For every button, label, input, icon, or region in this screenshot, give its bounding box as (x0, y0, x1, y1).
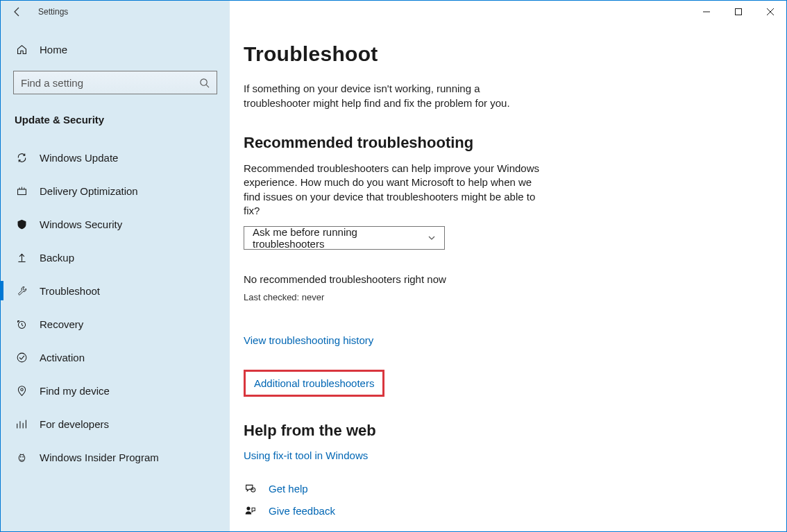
dev-icon (15, 418, 28, 430)
sidebar-item-label: For developers (40, 418, 109, 430)
wrench-icon (15, 285, 28, 297)
give-feedback-link: Give feedback (269, 505, 335, 517)
give-feedback-row[interactable]: Give feedback (244, 504, 591, 517)
svg-point-21 (22, 456, 24, 457)
additional-troubleshooters-highlight: Additional troubleshooters (244, 370, 384, 397)
svg-point-13 (17, 353, 26, 362)
status-text: No recommended troubleshooters right now (244, 273, 591, 285)
sidebar-item-label: Windows Insider Program (40, 452, 159, 463)
sidebar-item-label: Find my device (40, 385, 110, 397)
sidebar-item-activation[interactable]: Activation (1, 341, 230, 374)
sidebar-item-windows-update[interactable]: Windows Update (1, 141, 230, 174)
minimize-button[interactable] (691, 1, 722, 23)
additional-troubleshooters-link[interactable]: Additional troubleshooters (254, 377, 374, 389)
sidebar-item-troubleshoot[interactable]: Troubleshoot (1, 274, 230, 307)
svg-rect-1 (736, 9, 742, 15)
svg-point-20 (19, 456, 21, 457)
help-heading: Help from the web (244, 422, 591, 440)
search-icon (199, 78, 210, 88)
sidebar-item-label: Recovery (40, 318, 83, 330)
intro-text: If something on your device isn't workin… (244, 81, 542, 110)
location-icon (15, 385, 28, 397)
sidebar-item-backup[interactable]: Backup (1, 241, 230, 274)
last-checked-text: Last checked: never (244, 292, 591, 302)
sync-icon (15, 152, 28, 164)
home-nav[interactable]: Home (1, 37, 230, 62)
dropdown-value: Ask me before running troubleshooters (253, 226, 428, 250)
delivery-icon (15, 185, 28, 197)
close-button[interactable] (754, 1, 786, 23)
svg-text:?: ? (252, 488, 254, 491)
sidebar-item-windows-security[interactable]: Windows Security (1, 207, 230, 241)
backup-icon (15, 252, 28, 264)
recommended-desc: Recommended troubleshooters can help imp… (244, 162, 542, 218)
titlebar: Settings (1, 1, 786, 23)
get-help-link: Get help (269, 483, 308, 495)
chevron-down-icon (428, 234, 436, 242)
window-controls (691, 1, 786, 23)
nav-list: Windows Update Delivery Optimization Win… (1, 141, 230, 474)
search-input[interactable] (21, 77, 199, 89)
troubleshoot-preference-dropdown[interactable]: Ask me before running troubleshooters (244, 226, 445, 250)
svg-point-24 (246, 506, 250, 510)
sidebar-item-find-my-device[interactable]: Find my device (1, 374, 230, 407)
sidebar-item-label: Backup (40, 252, 74, 264)
svg-point-4 (201, 78, 207, 85)
recommended-heading: Recommended troubleshooting (244, 134, 591, 152)
shield-icon (15, 218, 28, 230)
back-button[interactable] (1, 1, 34, 23)
get-help-row[interactable]: ? Get help (244, 482, 591, 495)
recovery-icon (15, 318, 28, 330)
search-box[interactable] (13, 71, 217, 94)
feedback-icon (244, 504, 256, 517)
check-circle-icon (15, 352, 28, 363)
svg-line-5 (206, 85, 209, 87)
window-title: Settings (38, 7, 68, 17)
fixit-link[interactable]: Using fix-it tool in Windows (244, 449, 368, 461)
sidebar-item-label: Troubleshoot (40, 285, 100, 297)
home-label: Home (40, 44, 67, 55)
home-icon (15, 44, 28, 55)
sidebar-item-for-developers[interactable]: For developers (1, 407, 230, 440)
history-link[interactable]: View troubleshooting history (244, 334, 373, 346)
svg-rect-6 (17, 189, 26, 194)
sidebar-item-label: Delivery Optimization (40, 185, 138, 197)
sidebar-item-insider[interactable]: Windows Insider Program (1, 440, 230, 474)
chat-icon: ? (244, 482, 256, 495)
page-title: Troubleshoot (244, 42, 591, 66)
sidebar-item-recovery[interactable]: Recovery (1, 307, 230, 341)
svg-point-14 (20, 388, 22, 391)
sidebar-item-delivery-optimization[interactable]: Delivery Optimization (1, 174, 230, 207)
category-heading: Update & Security (1, 101, 230, 141)
sidebar-item-label: Windows Update (40, 152, 118, 164)
main-panel: Troubleshoot If something on your device… (230, 23, 786, 531)
sidebar-item-label: Windows Security (40, 218, 122, 230)
maximize-button[interactable] (722, 1, 754, 23)
sidebar-item-label: Activation (40, 352, 85, 363)
bug-icon (15, 452, 28, 463)
sidebar: Home Update & Security Windows Update (1, 23, 230, 531)
